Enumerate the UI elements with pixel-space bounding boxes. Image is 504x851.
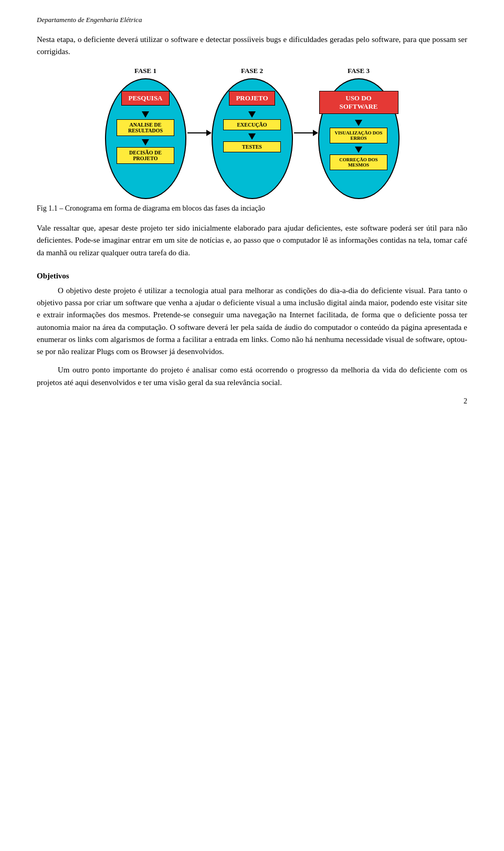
diagram-container: FASE 1 PESQUISA ANALISE DE RESULTADOS DE…	[37, 67, 467, 199]
fase2-title: PROJETO	[229, 91, 275, 106]
page-number: 2	[464, 397, 467, 406]
svg-marker-3	[313, 130, 318, 136]
objetivos-heading: Objetivos	[37, 272, 467, 281]
fase3-title: USO DO SOFTWARE	[319, 91, 398, 114]
fase3-arrow1	[355, 120, 362, 126]
fase3-arrow2	[355, 147, 362, 153]
fase3-block: FASE 3 USO DO SOFTWARE VISUALIZAÇÃO DOS …	[318, 67, 400, 199]
page-header: Departamento de Engenharia Elétrica	[37, 16, 467, 24]
fase2-sub2: TESTES	[223, 141, 281, 152]
fase1-arrow1	[142, 111, 149, 118]
arrow-1-2	[186, 127, 212, 139]
fase2-block: FASE 2 PROJETO EXECUÇÃO TESTES	[212, 67, 293, 199]
fase2-arrow1	[248, 111, 256, 118]
fase1-sub1: ANALISE DE RESULTADOS	[117, 119, 174, 136]
fase1-block: FASE 1 PESQUISA ANALISE DE RESULTADOS DE…	[105, 67, 186, 199]
fase3-label: FASE 3	[348, 67, 370, 75]
fase3-oval: USO DO SOFTWARE VISUALIZAÇÃO DOS ERROS C…	[318, 78, 400, 199]
fase2-sub1: EXECUÇÃO	[223, 119, 281, 130]
fase1-sub2: DECISÃO DE PROJETO	[117, 147, 174, 164]
fase1-title: PESQUISA	[121, 91, 169, 106]
body-paragraph-1: Vale ressaltar que, apesar deste projeto…	[37, 222, 467, 259]
body-paragraph-2: O objetivo deste projeto é utilizar a te…	[37, 285, 467, 358]
fig-caption: Fig 1.1 – Cronograma em forma de diagram…	[37, 204, 467, 213]
fase3-sub1: VISUALIZAÇÃO DOS ERROS	[330, 128, 387, 143]
fase2-oval: PROJETO EXECUÇÃO TESTES	[212, 78, 293, 199]
svg-marker-1	[206, 130, 212, 136]
intro-paragraph: Nesta etapa, o deficiente deverá utiliza…	[37, 34, 467, 57]
fase3-sub2: CORREÇÃO DOS MESMOS	[330, 154, 387, 170]
fase1-label: FASE 1	[134, 67, 156, 75]
intro-text: Nesta etapa, o deficiente deverá utiliza…	[37, 35, 467, 56]
fase1-oval: PESQUISA ANALISE DE RESULTADOS DECISÃO D…	[105, 78, 186, 199]
fase1-arrow2	[142, 139, 149, 146]
header-text: Departamento de Engenharia Elétrica	[37, 16, 142, 24]
fase2-arrow2	[248, 133, 256, 140]
body-paragraph-3: Um outro ponto importante do projeto é a…	[37, 364, 467, 389]
arrow-2-3	[293, 127, 318, 139]
fase2-label: FASE 2	[241, 67, 263, 75]
